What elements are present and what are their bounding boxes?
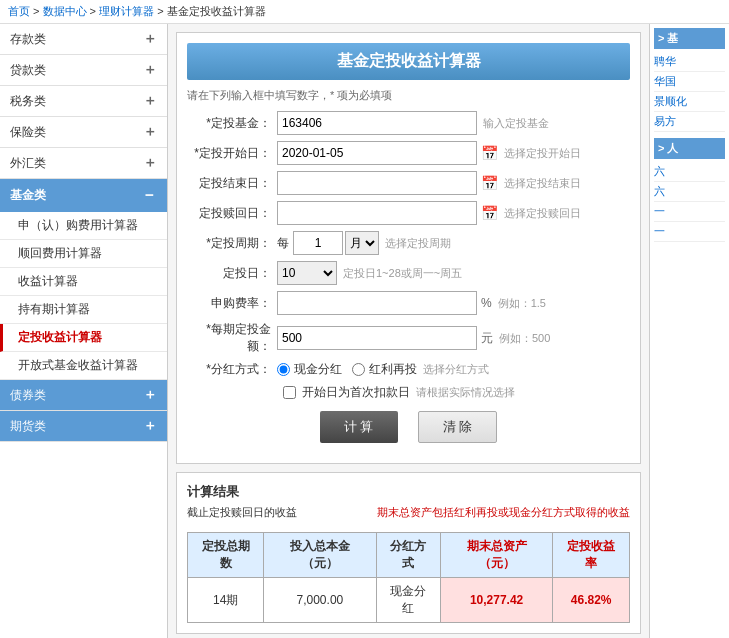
- right-section-title-1: > 基: [654, 28, 725, 49]
- fee-hint: 例如：1.5: [498, 296, 546, 311]
- amount-row: *每期定投金额： 元 例如：500: [187, 321, 630, 355]
- calendar-icon3[interactable]: 📅: [481, 205, 498, 221]
- breadcrumb-financial-calc[interactable]: 理财计算器: [99, 5, 154, 17]
- fund-code-row: *定投基金： 输入定投基金: [187, 111, 630, 135]
- fixed-day-select[interactable]: 12345 678910 1112131415 1617181920 21222…: [277, 261, 337, 285]
- start-date-hint: 选择定投开始日: [504, 146, 581, 161]
- fee-rate-input[interactable]: [277, 291, 477, 315]
- sidebar-item-bond[interactable]: 债券类 ＋: [0, 380, 167, 411]
- results-table: 定投总期数 投入总本金（元） 分红方式 期末总资产（元） 定投收益率 14期 7…: [187, 532, 630, 623]
- dividend-reinvest-radio[interactable]: [352, 363, 365, 376]
- amount-unit: 元: [481, 330, 493, 347]
- period-unit-select[interactable]: 月 周 日: [345, 231, 379, 255]
- main-content: 基金定投收益计算器 请在下列输入框中填写数字，* 项为必填项 *定投基金： 输入…: [168, 24, 649, 638]
- sidebar-item-loan[interactable]: 贷款类 ＋: [0, 55, 167, 86]
- period-hint: 选择定投周期: [385, 236, 451, 251]
- button-row: 计 算 清 除: [187, 411, 630, 443]
- minus-icon: －: [141, 185, 157, 206]
- period-controls: 每 月 周 日 选择定投周期: [277, 231, 451, 255]
- end-date-row: 定投结束日： 📅 选择定投结束日: [187, 171, 630, 195]
- start-deduct-label[interactable]: 开始日为首次扣款日: [283, 384, 410, 401]
- sidebar-item-insurance[interactable]: 保险类 ＋: [0, 117, 167, 148]
- col-periods: 定投总期数: [188, 533, 264, 578]
- fee-rate-row: 申购费率： % 例如：1.5: [187, 291, 630, 315]
- plus-icon: ＋: [143, 386, 157, 404]
- start-deduct-hint: 请根据实际情况选择: [416, 385, 515, 400]
- right-link-2[interactable]: 华国: [654, 72, 725, 92]
- calculator-box: 基金定投收益计算器 请在下列输入框中填写数字，* 项为必填项 *定投基金： 输入…: [176, 32, 641, 464]
- dividend-label: *分红方式：: [187, 361, 277, 378]
- right-link-5[interactable]: 六: [654, 162, 725, 182]
- amount-controls: 元 例如：500: [277, 326, 550, 350]
- right-link-4[interactable]: 易方: [654, 112, 725, 132]
- period-value-input[interactable]: [293, 231, 343, 255]
- results-subtitle: 截止定投赎回日的收益: [187, 505, 297, 520]
- sidebar-sub-redeem[interactable]: 顺回费用计算器: [0, 240, 167, 268]
- start-deduct-row: 开始日为首次扣款日 请根据实际情况选择: [187, 384, 630, 401]
- sidebar-sub-income[interactable]: 收益计算器: [0, 268, 167, 296]
- col-dividend: 分红方式: [376, 533, 440, 578]
- calendar-icon2[interactable]: 📅: [481, 175, 498, 191]
- fee-rate-label: 申购费率：: [187, 295, 277, 312]
- start-date-row: *定投开始日： 📅 选择定投开始日: [187, 141, 630, 165]
- plus-icon: ＋: [143, 417, 157, 435]
- fee-controls: % 例如：1.5: [277, 291, 546, 315]
- breadcrumb-home[interactable]: 首页: [8, 5, 30, 17]
- cell-principal: 7,000.00: [264, 578, 376, 623]
- redeem-date-hint: 选择定投赎回日: [504, 206, 581, 221]
- col-return: 定投收益率: [553, 533, 630, 578]
- sidebar-sub-fixed-invest[interactable]: 定投收益计算器: [0, 324, 167, 352]
- fee-unit: %: [481, 296, 492, 310]
- fixed-day-hint: 定投日1~28或周一~周五: [343, 266, 462, 281]
- sidebar-sub-apply-fee[interactable]: 申（认）购费用计算器: [0, 212, 167, 240]
- clear-button[interactable]: 清 除: [418, 411, 498, 443]
- sidebar-item-deposit[interactable]: 存款类 ＋: [0, 24, 167, 55]
- sidebar-item-fund[interactable]: 基金类 －: [0, 179, 167, 212]
- plus-icon: ＋: [143, 154, 157, 172]
- right-link-3[interactable]: 景顺化: [654, 92, 725, 112]
- sidebar-sub-open-fund[interactable]: 开放式基金收益计算器: [0, 352, 167, 380]
- dividend-cash-label[interactable]: 现金分红: [277, 361, 342, 378]
- start-date-input[interactable]: [277, 141, 477, 165]
- start-deduct-checkbox[interactable]: [283, 386, 296, 399]
- start-date-label: *定投开始日：: [187, 145, 277, 162]
- hint-text: 请在下列输入框中填写数字，* 项为必填项: [187, 88, 630, 103]
- redeem-date-row: 定投赎回日： 📅 选择定投赎回日: [187, 201, 630, 225]
- plus-icon: ＋: [143, 30, 157, 48]
- results-title: 计算结果: [187, 483, 630, 501]
- calculator-title: 基金定投收益计算器: [187, 43, 630, 80]
- right-link-8[interactable]: 一: [654, 222, 725, 242]
- dividend-reinvest-label[interactable]: 红利再投: [352, 361, 417, 378]
- right-link-1[interactable]: 聘华: [654, 52, 725, 72]
- end-date-input[interactable]: [277, 171, 477, 195]
- sidebar-item-tax[interactable]: 税务类 ＋: [0, 86, 167, 117]
- right-link-6[interactable]: 六: [654, 182, 725, 202]
- right-panel: > 基 聘华 华国 景顺化 易方 > 人 六 六 一 一: [649, 24, 729, 638]
- table-row: 14期 7,000.00 现金分红 10,277.42 46.82%: [188, 578, 630, 623]
- dividend-reinvest-text: 红利再投: [369, 361, 417, 378]
- redeem-date-label: 定投赎回日：: [187, 205, 277, 222]
- dividend-hint: 选择分红方式: [423, 362, 489, 377]
- start-deduct-text: 开始日为首次扣款日: [302, 384, 410, 401]
- dividend-cash-text: 现金分红: [294, 361, 342, 378]
- sidebar-item-forex[interactable]: 外汇类 ＋: [0, 148, 167, 179]
- sidebar-item-futures[interactable]: 期货类 ＋: [0, 411, 167, 442]
- redeem-date-input[interactable]: [277, 201, 477, 225]
- fund-code-input[interactable]: [277, 111, 477, 135]
- results-box: 计算结果 截止定投赎回日的收益 期末总资产包括红利再投或现金分红方式取得的收益 …: [176, 472, 641, 634]
- right-link-7[interactable]: 一: [654, 202, 725, 222]
- breadcrumb: 首页 > 数据中心 > 理财计算器 > 基金定投收益计算器: [0, 0, 729, 24]
- cell-final-assets: 10,277.42: [440, 578, 552, 623]
- fixed-day-label: 定投日：: [187, 265, 277, 282]
- breadcrumb-data-center[interactable]: 数据中心: [43, 5, 87, 17]
- calculate-button[interactable]: 计 算: [320, 411, 398, 443]
- dividend-cash-radio[interactable]: [277, 363, 290, 376]
- col-principal: 投入总本金（元）: [264, 533, 376, 578]
- right-section-title-2: > 人: [654, 138, 725, 159]
- end-date-label: 定投结束日：: [187, 175, 277, 192]
- sidebar: 存款类 ＋ 贷款类 ＋ 税务类 ＋ 保险类 ＋ 外汇类 ＋ 基金类 － 申（认）…: [0, 24, 168, 638]
- amount-input[interactable]: [277, 326, 477, 350]
- calendar-icon[interactable]: 📅: [481, 145, 498, 161]
- sidebar-sub-hold[interactable]: 持有期计算器: [0, 296, 167, 324]
- cell-dividend-type: 现金分红: [376, 578, 440, 623]
